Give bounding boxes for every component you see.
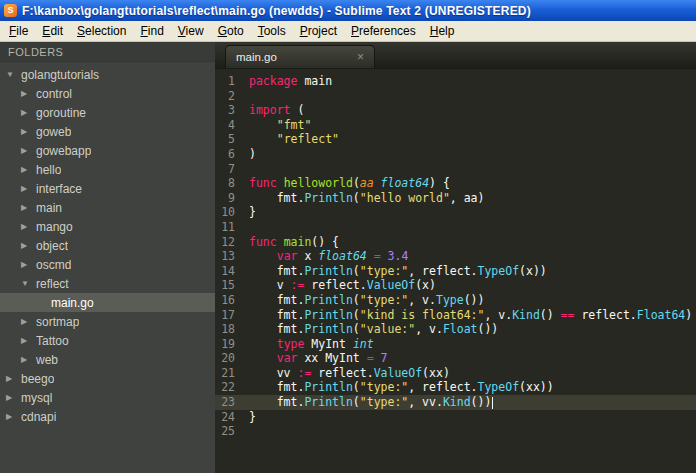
folder-reflect[interactable]: ▼reflect bbox=[0, 274, 215, 293]
folder-cdnapi[interactable]: ▶cdnapi bbox=[0, 407, 215, 426]
menu-help[interactable]: Help bbox=[423, 22, 462, 40]
menu-tools[interactable]: Tools bbox=[251, 22, 293, 40]
code-line-22[interactable]: 22 fmt.Println("type:", reflect.TypeOf(x… bbox=[215, 380, 696, 395]
line-number: 15 bbox=[215, 278, 249, 293]
code-line-3[interactable]: 3import ( bbox=[215, 103, 696, 118]
code-line-16[interactable]: 16 fmt.Println("type:", v.Type()) bbox=[215, 293, 696, 308]
folder-goroutine[interactable]: ▶goroutine bbox=[0, 103, 215, 122]
code-line-17[interactable]: 17 fmt.Println("kind is float64:", v.Kin… bbox=[215, 308, 696, 323]
editor: main.go × 1package main23import (4 "fmt"… bbox=[215, 42, 696, 473]
code-line-5[interactable]: 5 "reflect" bbox=[215, 132, 696, 147]
code-text: package main bbox=[249, 74, 332, 89]
code-line-11[interactable]: 11 bbox=[215, 220, 696, 235]
code-line-1[interactable]: 1package main bbox=[215, 74, 696, 89]
chevron-right-icon[interactable]: ▶ bbox=[21, 203, 36, 212]
chevron-right-icon[interactable]: ▶ bbox=[21, 184, 36, 193]
code-line-6[interactable]: 6) bbox=[215, 147, 696, 162]
folder-tree: ▼golangtutorials▶control▶goroutine▶goweb… bbox=[0, 62, 215, 473]
chevron-down-icon[interactable]: ▼ bbox=[6, 70, 21, 79]
tab-main-go[interactable]: main.go × bbox=[225, 45, 375, 68]
menu-edit[interactable]: Edit bbox=[35, 22, 70, 40]
code-line-7[interactable]: 7 bbox=[215, 162, 696, 177]
folder-sortmap[interactable]: ▶sortmap bbox=[0, 312, 215, 331]
code-line-18[interactable]: 18 fmt.Println("value:", v.Float()) bbox=[215, 322, 696, 337]
line-number: 21 bbox=[215, 366, 249, 381]
tree-item-label: mysql bbox=[21, 391, 52, 405]
code-line-13[interactable]: 13 var x float64 = 3.4 bbox=[215, 249, 696, 264]
code-text: } bbox=[249, 410, 256, 425]
chevron-down-icon[interactable]: ▼ bbox=[21, 279, 36, 288]
title-bar[interactable]: S F:\kanbox\golangtutorials\reflect\main… bbox=[0, 0, 696, 21]
folder-goweb[interactable]: ▶goweb bbox=[0, 122, 215, 141]
code-line-25[interactable]: 25 bbox=[215, 424, 696, 439]
folder-control[interactable]: ▶control bbox=[0, 84, 215, 103]
code-line-23[interactable]: 23 fmt.Println("type:", vv.Kind()) bbox=[215, 395, 696, 410]
code-line-4[interactable]: 4 "fmt" bbox=[215, 118, 696, 133]
chevron-right-icon[interactable]: ▶ bbox=[21, 355, 36, 364]
code-text: var xx MyInt = 7 bbox=[249, 351, 388, 366]
folder-beego[interactable]: ▶beego bbox=[0, 369, 215, 388]
text-cursor bbox=[492, 397, 493, 409]
menu-selection[interactable]: Selection bbox=[70, 22, 133, 40]
folder-mango[interactable]: ▶mango bbox=[0, 217, 215, 236]
tree-item-label: goweb bbox=[36, 125, 71, 139]
chevron-right-icon[interactable]: ▶ bbox=[21, 241, 36, 250]
folder-web[interactable]: ▶web bbox=[0, 350, 215, 369]
line-number: 25 bbox=[215, 424, 249, 439]
chevron-right-icon[interactable]: ▶ bbox=[21, 108, 36, 117]
code-line-21[interactable]: 21 vv := reflect.ValueOf(xx) bbox=[215, 366, 696, 381]
folder-oscmd[interactable]: ▶oscmd bbox=[0, 255, 215, 274]
code-text: func main() { bbox=[249, 235, 339, 250]
folder-interface[interactable]: ▶interface bbox=[0, 179, 215, 198]
menu-view[interactable]: View bbox=[171, 22, 211, 40]
chevron-right-icon[interactable]: ▶ bbox=[21, 260, 36, 269]
code-line-14[interactable]: 14 fmt.Println("type:", reflect.TypeOf(x… bbox=[215, 264, 696, 279]
chevron-right-icon[interactable]: ▶ bbox=[6, 374, 21, 383]
menu-goto[interactable]: Goto bbox=[211, 22, 251, 40]
line-number: 16 bbox=[215, 293, 249, 308]
code-line-8[interactable]: 8func helloworld(aa float64) { bbox=[215, 176, 696, 191]
folder-golangtutorials[interactable]: ▼golangtutorials bbox=[0, 65, 215, 84]
chevron-right-icon[interactable]: ▶ bbox=[21, 336, 36, 345]
folder-tattoo[interactable]: ▶Tattoo bbox=[0, 331, 215, 350]
menu-project[interactable]: Project bbox=[293, 22, 344, 40]
code-line-15[interactable]: 15 v := reflect.ValueOf(x) bbox=[215, 278, 696, 293]
chevron-right-icon[interactable]: ▶ bbox=[6, 393, 21, 402]
line-number: 24 bbox=[215, 410, 249, 425]
close-icon[interactable]: × bbox=[357, 50, 364, 64]
menu-file[interactable]: File bbox=[2, 22, 35, 40]
code-line-9[interactable]: 9 fmt.Println("hello world", aa) bbox=[215, 191, 696, 206]
code-line-2[interactable]: 2 bbox=[215, 89, 696, 104]
chevron-right-icon[interactable]: ▶ bbox=[21, 222, 36, 231]
sidebar: FOLDERS ▼golangtutorials▶control▶gorouti… bbox=[0, 42, 215, 473]
line-number: 23 bbox=[215, 395, 249, 410]
folder-hello[interactable]: ▶hello bbox=[0, 160, 215, 179]
code-line-19[interactable]: 19 type MyInt int bbox=[215, 337, 696, 352]
code-line-24[interactable]: 24} bbox=[215, 410, 696, 425]
file-main.go[interactable]: main.go bbox=[0, 293, 215, 312]
chevron-right-icon[interactable]: ▶ bbox=[21, 89, 36, 98]
chevron-right-icon[interactable]: ▶ bbox=[21, 127, 36, 136]
code-line-20[interactable]: 20 var xx MyInt = 7 bbox=[215, 351, 696, 366]
chevron-right-icon[interactable]: ▶ bbox=[21, 165, 36, 174]
chevron-right-icon[interactable]: ▶ bbox=[21, 317, 36, 326]
folder-gowebapp[interactable]: ▶gowebapp bbox=[0, 141, 215, 160]
code-text: type MyInt int bbox=[249, 337, 374, 352]
chevron-right-icon[interactable]: ▶ bbox=[6, 412, 21, 421]
code-line-10[interactable]: 10} bbox=[215, 205, 696, 220]
code-text: fmt.Println("type:", v.Type()) bbox=[249, 293, 484, 308]
folder-mysql[interactable]: ▶mysql bbox=[0, 388, 215, 407]
code-text: fmt.Println("type:", reflect.TypeOf(xx)) bbox=[249, 380, 554, 395]
folder-main[interactable]: ▶main bbox=[0, 198, 215, 217]
code-text: v := reflect.ValueOf(x) bbox=[249, 278, 436, 293]
chevron-right-icon[interactable]: ▶ bbox=[21, 146, 36, 155]
menu-preferences[interactable]: Preferences bbox=[344, 22, 423, 40]
tree-item-label: object bbox=[36, 239, 68, 253]
code-text: fmt.Println("type:", reflect.TypeOf(x)) bbox=[249, 264, 547, 279]
code-line-12[interactable]: 12func main() { bbox=[215, 235, 696, 250]
menu-find[interactable]: Find bbox=[133, 22, 170, 40]
code-area[interactable]: 1package main23import (4 "fmt"5 "reflect… bbox=[215, 69, 696, 473]
folder-object[interactable]: ▶object bbox=[0, 236, 215, 255]
tree-item-label: goroutine bbox=[36, 106, 86, 120]
line-number: 1 bbox=[215, 74, 249, 89]
